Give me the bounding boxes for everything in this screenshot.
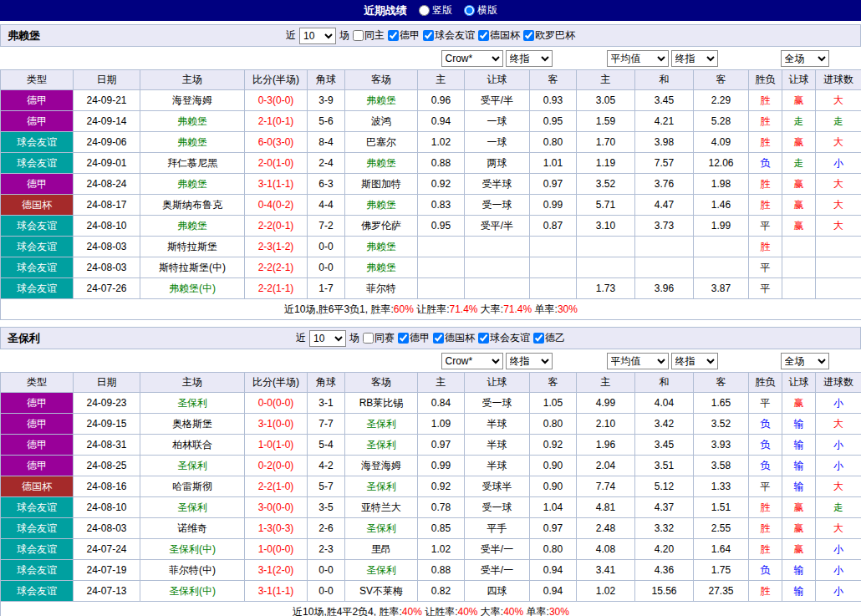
euro-odds-time-select[interactable]: 终指 [671,353,718,369]
asia-handicap: 平手 [465,518,530,539]
summary-label: 近10场,胜4平2负4, 胜率: [293,606,402,616]
asia-home-odds: 0.99 [418,456,465,476]
match-date: 24-09-14 [74,111,140,132]
team-section-stpauli: 圣保利 近 10 场 同赛 德甲 德国杯 球会友谊 德乙 [0,327,861,616]
result-wdl: 胜 [749,237,782,257]
summary: 近10场,胜4平2负4, 胜率:40% 让胜率:40% 大率:40% 单率:30… [1,602,861,616]
league-checkbox-3[interactable] [523,30,534,41]
match-score: 1-0(0-0) [245,539,308,560]
corner-score: 0-0 [308,581,345,602]
scope-select[interactable]: 全场 [781,50,829,67]
euro-home-odds: 4.08 [577,539,635,560]
summary-value: 71.4% [503,303,532,315]
league-checkbox-1[interactable] [433,333,444,344]
filter-near-label: 近 [296,331,306,345]
league-checkbox-3[interactable] [533,333,544,344]
result-wdl: 负 [749,414,782,435]
asia-away-odds: 1.01 [530,153,577,174]
league-filter-3: 欧罗巴杯 [523,28,575,43]
corner-score: 8-4 [308,132,345,153]
league-badge: 球会友谊 [1,153,74,174]
match-count-select[interactable]: 10 [309,330,346,347]
asia-home-odds: 0.82 [418,581,465,602]
same-checkbox[interactable] [363,333,374,344]
match-date: 24-09-15 [74,414,140,435]
euro-draw-odds [635,257,694,278]
result-handicap: 赢 [782,132,816,153]
league-checkbox-1[interactable] [423,30,434,41]
euro-home-odds: 3.10 [577,216,635,237]
asia-away-odds: 0.92 [530,435,577,456]
asia-away-odds: 0.97 [530,518,577,539]
summary-row: 近10场,胜4平2负4, 胜率:40% 让胜率:40% 大率:40% 单率:30… [1,602,861,616]
result-goals: 走 [816,111,861,132]
euro-away-odds: 1.99 [694,216,749,237]
result-handicap: 输 [782,560,816,581]
result-goals [816,257,861,278]
asia-odds-time-select[interactable]: 终指 [506,50,553,67]
asia-handicap [465,237,530,257]
euro-odds-source-select[interactable]: 平均值 [607,50,669,67]
away-team: 圣保利 [345,414,418,435]
league-checkbox-0[interactable] [398,333,409,344]
league-label-3: 德乙 [545,331,565,345]
asia-odds-time-select[interactable]: 终指 [506,353,553,369]
result-wdl: 平 [749,393,782,414]
league-checkbox-0[interactable] [388,30,399,41]
column-header: 和 [635,373,694,393]
match-score: 2-1(0-1) [245,111,308,132]
league-badge: 球会友谊 [1,539,74,560]
layout-option-horizontal: 横版 [464,3,497,18]
euro-odds-time-select[interactable]: 终指 [671,50,718,67]
home-team: 拜仁慕尼黑 [140,153,245,174]
match-row: 德甲24-09-15奥格斯堡3-1(0-0)7-7圣保利1.09半球0.802.… [1,414,861,435]
euro-draw-odds: 3.76 [635,174,694,195]
same-filter: 同主 [353,28,385,43]
euro-odds-source-select[interactable]: 平均值 [607,353,669,369]
away-team: 弗赖堡 [345,153,418,174]
match-score: 6-0(3-0) [245,132,308,153]
layout-radio-vertical[interactable] [419,5,430,16]
match-date: 24-07-19 [74,560,140,581]
match-row: 德甲24-08-24弗赖堡3-1(1-1)6-3斯图加特0.92受半球0.973… [1,174,861,195]
asia-handicap: 两球 [465,153,530,174]
match-row: 球会友谊24-08-10弗赖堡2-2(0-1)7-2佛罗伦萨0.95受平/半0.… [1,216,861,237]
match-row: 球会友谊24-08-10圣保利3-0(0-0)3-5亚特兰大0.78受一球1.0… [1,497,861,518]
scope-select[interactable]: 全场 [781,353,829,369]
match-score: 2-0(1-0) [245,153,308,174]
euro-home-odds: 3.41 [577,560,635,581]
corner-score: 2-6 [308,518,345,539]
league-badge: 球会友谊 [1,518,74,539]
column-header: 主场 [140,70,245,90]
euro-away-odds: 2.55 [694,518,749,539]
asia-home-odds: 1.02 [418,539,465,560]
euro-home-odds: 1.59 [577,111,635,132]
euro-away-odds [694,237,749,257]
result-wdl: 胜 [749,518,782,539]
page-title: 近期战绩 [364,3,407,18]
corner-score: 5-7 [308,476,345,497]
league-checkbox-2[interactable] [478,333,489,344]
euro-draw-odds: 4.21 [635,111,694,132]
result-handicap: 赢 [782,90,816,111]
euro-away-odds: 5.28 [694,111,749,132]
match-date: 24-08-24 [74,174,140,195]
match-row: 球会友谊24-09-06弗赖堡6-0(3-0)8-4巴塞尔1.02一球0.801… [1,132,861,153]
result-handicap: 输 [782,414,816,435]
filter-matches-label: 场 [339,28,349,43]
summary-value: 40% [457,606,477,616]
result-handicap [782,237,816,257]
asia-away-odds: 0.80 [530,539,577,560]
column-header: 比分(半场) [245,373,308,393]
result-wdl: 胜 [749,111,782,132]
match-count-select[interactable]: 10 [299,28,336,44]
layout-radio-horizontal[interactable] [464,5,475,16]
match-row: 球会友谊24-07-26弗赖堡(中)2-2(1-1)1-7菲尔特1.733.96… [1,278,861,299]
asia-odds-source-select[interactable]: Crow* [441,353,503,369]
asia-handicap: 一球 [465,132,530,153]
asia-odds-source-select[interactable]: Crow* [441,50,503,67]
league-checkbox-2[interactable] [478,30,489,41]
match-row: 德国杯24-08-16哈雷斯彻2-2(1-0)5-7圣保利0.92受球半0.90… [1,476,861,497]
same-checkbox[interactable] [353,30,364,41]
column-header: 让球 [465,373,530,393]
